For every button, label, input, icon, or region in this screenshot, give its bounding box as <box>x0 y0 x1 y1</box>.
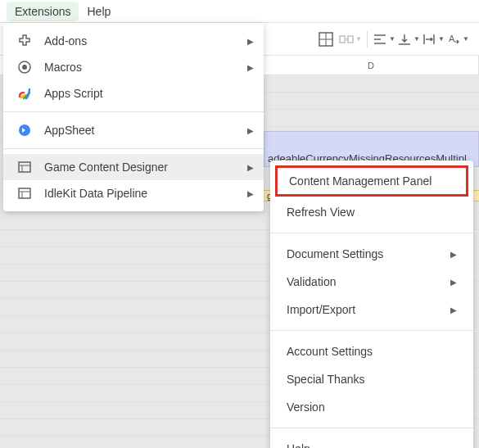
submenu-label: Help <box>287 442 457 448</box>
submenu-special-thanks[interactable]: Special Thanks <box>270 365 473 393</box>
extensions-dropdown: Add-ons ▶ Macros ▶ Apps Script AppSheet … <box>3 23 264 211</box>
svg-rect-18 <box>19 188 30 198</box>
chevron-right-icon: ▶ <box>247 126 254 135</box>
submenu-label: Content Management Panel <box>289 174 454 188</box>
submenu-import-export[interactable]: Import/Export ▶ <box>270 296 473 324</box>
menu-idlekit[interactable]: IdleKit Data Pipeline ▶ <box>3 180 264 206</box>
chevron-right-icon: ▶ <box>450 250 457 259</box>
chevron-down-icon: ▼ <box>463 35 469 43</box>
menu-macros[interactable]: Macros ▶ <box>3 54 264 80</box>
apps-script-icon <box>16 85 33 102</box>
text-rotation-icon[interactable]: A ▼ <box>446 28 469 51</box>
chevron-right-icon: ▶ <box>247 63 254 72</box>
submenu-label: Import/Export <box>287 303 450 316</box>
separator <box>270 233 473 233</box>
svg-rect-4 <box>348 36 353 43</box>
chevron-right-icon: ▶ <box>450 305 457 315</box>
separator <box>3 111 264 112</box>
menu-game-content-designer[interactable]: Game Content Designer ▶ <box>3 154 264 180</box>
menu-addons[interactable]: Add-ons ▶ <box>3 28 264 54</box>
submenu-label: Refresh View <box>287 206 457 219</box>
submenu-account-settings[interactable]: Account Settings <box>270 337 473 365</box>
submenu-validation[interactable]: Validation ▶ <box>270 268 473 296</box>
svg-point-13 <box>22 65 27 70</box>
menu-label: Apps Script <box>44 87 254 100</box>
menubar: Extensions Help <box>0 0 479 23</box>
submenu-label: Validation <box>287 275 450 288</box>
extension-icon <box>16 185 33 201</box>
column-header-d[interactable]: D <box>264 56 479 75</box>
vertical-align-icon[interactable]: ▼ <box>397 28 420 51</box>
menu-appsheet[interactable]: AppSheet ▶ <box>3 117 264 143</box>
submenu-label: Special Thanks <box>287 373 457 386</box>
menu-apps-script[interactable]: Apps Script <box>3 80 264 106</box>
chevron-right-icon: ▶ <box>247 163 254 172</box>
chevron-down-icon: ▼ <box>389 35 395 43</box>
svg-text:A: A <box>449 34 455 43</box>
menu-label: Add-ons <box>44 34 247 48</box>
chevron-down-icon: ▼ <box>438 35 445 43</box>
submenu-label: Account Settings <box>287 345 457 358</box>
separator <box>3 148 264 149</box>
menu-label: AppSheet <box>44 124 247 137</box>
menu-label: Macros <box>44 61 247 74</box>
menu-help[interactable]: Help <box>79 2 119 21</box>
horizontal-align-icon[interactable]: ▼ <box>373 28 395 51</box>
separator <box>367 31 368 48</box>
svg-rect-3 <box>340 36 345 43</box>
chevron-down-icon: ▼ <box>413 35 420 43</box>
menu-extensions[interactable]: Extensions <box>7 2 79 21</box>
chevron-right-icon: ▶ <box>450 278 457 287</box>
submenu-content-management[interactable]: Content Management Panel <box>275 165 468 197</box>
submenu-document-settings[interactable]: Document Settings ▶ <box>270 240 473 268</box>
svg-rect-15 <box>19 162 30 172</box>
merge-cells-icon[interactable]: ▼ <box>339 28 362 51</box>
menu-label: IdleKit Data Pipeline <box>44 187 247 200</box>
appsheet-icon <box>16 122 33 138</box>
macros-icon <box>16 59 33 75</box>
menu-label: Game Content Designer <box>44 161 247 174</box>
text-wrap-icon[interactable]: ▼ <box>422 28 445 51</box>
submenu-label: Document Settings <box>287 247 450 260</box>
chevron-down-icon: ▼ <box>355 35 362 43</box>
extension-icon <box>16 159 33 175</box>
submenu-label: Version <box>287 400 457 414</box>
chevron-right-icon: ▶ <box>247 189 254 198</box>
separator <box>270 428 473 428</box>
separator <box>270 330 473 331</box>
addons-icon <box>16 33 33 49</box>
chevron-right-icon: ▶ <box>247 37 254 46</box>
submenu-refresh-view[interactable]: Refresh View <box>270 198 473 226</box>
submenu-version[interactable]: Version <box>270 393 473 421</box>
submenu-help[interactable]: Help <box>270 435 473 448</box>
borders-icon[interactable] <box>314 28 337 51</box>
game-content-submenu: Content Management Panel Refresh View Do… <box>270 161 473 448</box>
